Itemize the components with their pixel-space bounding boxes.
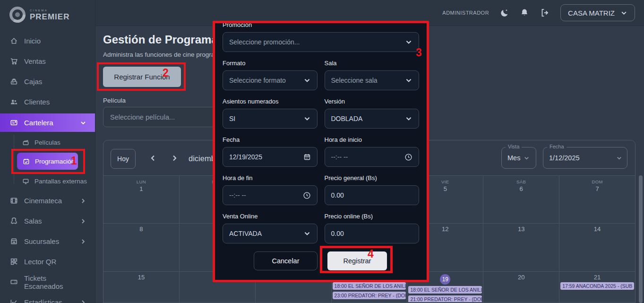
- sala-label: Sala: [325, 60, 420, 67]
- formato-select[interactable]: Seleccione formato: [223, 70, 318, 90]
- day-events: 18:00 EL SEÑOR DE LOS ANILL21:00 PREDATO…: [407, 286, 483, 302]
- calendar-day-cell[interactable]: 13: [483, 224, 559, 271]
- sidebar-item-label: Clientes: [24, 98, 50, 106]
- sidebar-item-label: Tickets Escaneados: [24, 274, 86, 290]
- calendar-day-cell[interactable]: SÁB6: [483, 176, 559, 223]
- asientos-select[interactable]: SI: [223, 109, 318, 129]
- sidebar-item-label: Estadísticas: [24, 298, 62, 303]
- sidebar-item-cajas[interactable]: Cajas: [0, 71, 95, 92]
- logout-icon[interactable]: [540, 8, 550, 18]
- cancel-button[interactable]: Cancelar: [254, 251, 318, 270]
- sidebar-item-label: Cajas: [24, 78, 42, 86]
- calendar-day-cell[interactable]: 14: [559, 224, 635, 271]
- sidebar: CINEMA PREMIER Inicio Ventas Cajas: [0, 0, 95, 303]
- precio-general-input[interactable]: 0.00: [325, 185, 420, 205]
- day-number: 8: [103, 225, 179, 233]
- fecha-input[interactable]: 12/19/2025: [223, 147, 318, 167]
- sidebar-item-ventas[interactable]: Ventas: [0, 51, 95, 71]
- calendar-event-chip[interactable]: 21:00 PREDATOR: PREY - (DOB: [408, 295, 482, 302]
- calendar-event-chip[interactable]: 17:59 ANACONDA 2025 - (SUB: [560, 282, 634, 290]
- view-selector[interactable]: Vista Mes: [501, 147, 536, 169]
- version-select[interactable]: DOBLADA: [325, 109, 420, 129]
- weekday-label: LUN: [103, 179, 179, 184]
- ticket-icon: [10, 278, 18, 286]
- sidebar-item-tickets-escaneados[interactable]: Tickets Escaneados: [0, 272, 95, 292]
- sala-select[interactable]: Seleccione sala: [325, 70, 420, 90]
- sidebar-item-pantallas-externas[interactable]: Pantallas externas: [0, 173, 95, 190]
- chevron-down-icon: [303, 230, 311, 237]
- sidebar-item-peliculas[interactable]: Películas: [0, 134, 95, 151]
- brand-tagline: CINEMA: [30, 9, 69, 12]
- day-events: 18:00 EL SEÑOR DE LOS ANILL23:00 PREDATO…: [332, 282, 407, 299]
- venta-online-label: Venta Online: [223, 213, 318, 220]
- calendar-day-cell[interactable]: LUN1: [103, 176, 179, 223]
- user-role-label: ADMINISTRADOR: [442, 10, 489, 16]
- sidebar-item-label: Sucursales: [24, 237, 59, 245]
- sidebar-item-lector-qr[interactable]: Lector QR: [0, 251, 95, 272]
- sidebar-item-cinemateca[interactable]: Cinemateca: [0, 190, 95, 211]
- brand-name: PREMIER: [30, 13, 69, 21]
- sidebar-item-label: Programación: [35, 158, 75, 165]
- sidebar-item-programacion[interactable]: Programación: [17, 153, 78, 170]
- precio-online-input[interactable]: 0.00: [325, 224, 420, 243]
- calendar-icon: [303, 153, 311, 161]
- sidebar-item-salas[interactable]: Salas: [0, 211, 95, 231]
- precio-online-label: Precio online (Bs): [325, 213, 420, 220]
- submit-register-button[interactable]: Registrar: [327, 251, 387, 270]
- sidebar-item-label: Pantallas externas: [34, 178, 87, 185]
- venta-online-select[interactable]: ACTIVADA: [223, 224, 318, 243]
- sidebar-item-inicio[interactable]: Inicio: [0, 31, 95, 51]
- day-number: 13: [483, 225, 559, 233]
- sidebar-item-label: Inicio: [24, 37, 41, 45]
- sidebar-item-estadisticas[interactable]: Estadísticas: [0, 292, 95, 303]
- qr-icon: [10, 258, 18, 266]
- sidebar-item-label: Películas: [34, 139, 60, 146]
- chevron-down-icon: [80, 120, 86, 126]
- calendar-event-chip[interactable]: 23:00 PREDATOR: PREY - (DOB: [333, 292, 406, 299]
- hora-fin-input[interactable]: --:-- --: [223, 185, 318, 205]
- calendar-day-cell[interactable]: DOM7: [559, 176, 635, 223]
- sidebar-item-cartelera[interactable]: Cartelera: [0, 113, 95, 132]
- chevron-down-icon: [303, 115, 311, 122]
- clock-icon: [303, 191, 311, 199]
- sidebar-item-label: Salas: [24, 217, 42, 225]
- branch-selector[interactable]: CASA MATRIZ: [560, 4, 635, 21]
- calendar-event-chip[interactable]: 18:00 EL SEÑOR DE LOS ANILL: [408, 286, 482, 294]
- register-function-button[interactable]: Registrar Función: [103, 67, 181, 87]
- sidebar-item-clientes[interactable]: Clientes: [0, 92, 95, 112]
- prev-month-icon[interactable]: [149, 154, 157, 162]
- day-number: 14: [559, 225, 635, 233]
- users-icon: [10, 98, 18, 106]
- day-number: 15: [103, 274, 179, 281]
- date-selector-value: 1/12/2025: [549, 154, 580, 162]
- weekday-label: SÁB: [483, 179, 559, 184]
- sidebar-item-sucursales[interactable]: Sucursales: [0, 231, 95, 251]
- sidebar-item-label: Lector QR: [24, 258, 56, 266]
- hora-inicio-input[interactable]: --:-- --: [325, 147, 420, 167]
- promo-select[interactable]: Seleccione promoción...: [223, 32, 419, 52]
- calendar-day-cell[interactable]: 8: [103, 224, 179, 271]
- chevron-right-icon: [80, 198, 86, 204]
- vertical-scrollbar[interactable]: [639, 175, 643, 303]
- weekday-label: DOM: [559, 179, 635, 184]
- date-selector[interactable]: Fecha 1/12/2025: [543, 147, 627, 169]
- calendar-day-cell[interactable]: 15: [103, 272, 179, 302]
- dark-mode-moon-icon[interactable]: [499, 8, 509, 18]
- app-logo: CINEMA PREMIER: [0, 0, 95, 23]
- sidebar-item-label: Ventas: [24, 57, 46, 65]
- version-label: Versión: [325, 98, 420, 105]
- calendar-event-chip[interactable]: 18:00 EL SEÑOR DE LOS ANILL: [333, 282, 406, 290]
- today-badge: 19: [440, 274, 450, 285]
- home-icon: [10, 37, 18, 45]
- chevron-right-icon: [80, 238, 86, 245]
- next-month-icon[interactable]: [171, 154, 179, 162]
- clapperboard-icon: [22, 139, 29, 146]
- billboard-icon: [10, 119, 18, 127]
- notifications-bell-icon[interactable]: [520, 8, 529, 17]
- sidebar-nav: Inicio Ventas Cajas Clientes Cartelera: [0, 31, 95, 303]
- today-button[interactable]: Hoy: [111, 149, 136, 169]
- cartelera-subnav: Películas Programación Pantallas externa…: [0, 134, 95, 190]
- calendar-day-cell[interactable]: 2117:59 ANACONDA 2025 - (SUB: [559, 272, 635, 302]
- calendar-day-cell[interactable]: 20: [483, 272, 559, 302]
- calendar-check-icon: [23, 158, 30, 165]
